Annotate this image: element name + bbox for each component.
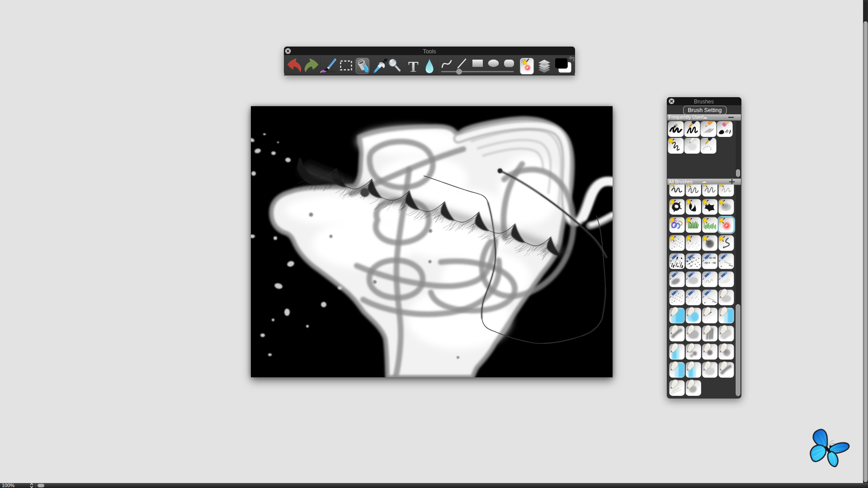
svg-text:Brush Setting: Brush Setting <box>688 107 722 113</box>
svg-text:Tools: Tools <box>423 48 436 55</box>
svg-text:All Brushes: All Brushes <box>669 179 693 184</box>
svg-text:Brushes: Brushes <box>694 99 714 105</box>
svg-text:Frequently Used: Frequently Used <box>669 114 703 120</box>
svg-text:T: T <box>408 58 419 75</box>
